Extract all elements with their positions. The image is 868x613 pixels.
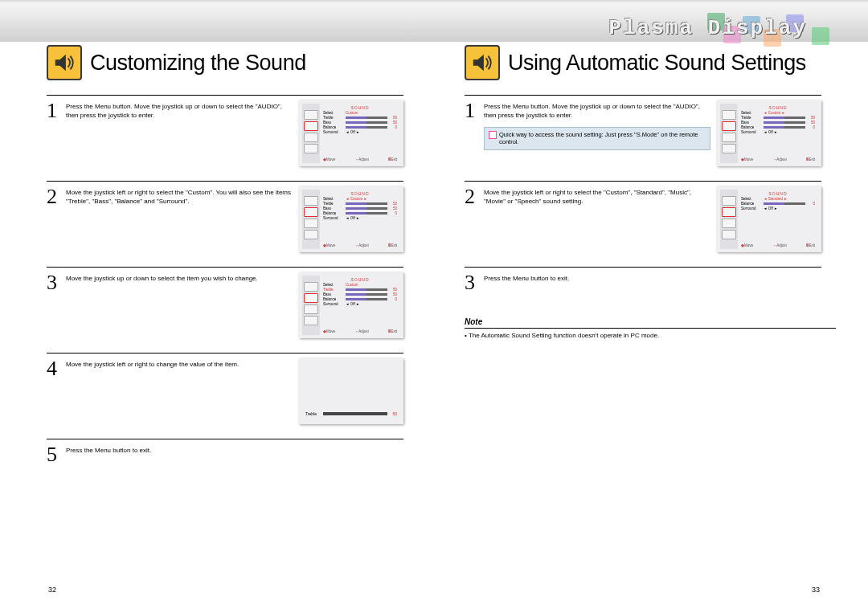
top-brushed-band: Plasma Display xyxy=(0,0,868,42)
osd-slider-screenshot: Treble 50 xyxy=(299,358,403,424)
left-step-1: 1 Press the Menu button. Move the joysti… xyxy=(47,95,403,166)
right-step-1: 1 Press the Menu button. Move the joysti… xyxy=(465,95,821,166)
product-title: Plasma Display xyxy=(609,16,807,40)
left-step-4: 4 Move the joystick left or right to cha… xyxy=(47,353,403,424)
speaker-icon xyxy=(47,45,82,80)
step-number: 3 xyxy=(465,272,484,293)
osd-screenshot: SOUND SelectCustom Treble50 Bass50 Balan… xyxy=(299,100,403,166)
right-step-2: 2 Move the joystick left or right to sel… xyxy=(465,181,821,252)
step-number: 1 xyxy=(465,100,484,121)
left-step-2: 2 Move the joystick left or right to sel… xyxy=(47,181,403,252)
step-number: 1 xyxy=(47,100,66,121)
step-text: Press the Menu button to exit. xyxy=(484,272,821,284)
step-number: 5 xyxy=(47,444,66,465)
svg-marker-0 xyxy=(55,55,66,72)
osd-title: SOUND xyxy=(323,105,397,110)
svg-marker-1 xyxy=(473,55,484,72)
osd-screenshot: SOUND Select◄ Custom ► Treble50 Bass50 B… xyxy=(717,100,821,166)
page-number-left: 32 xyxy=(48,586,56,594)
step-text: Press the Menu button. Move the joystick… xyxy=(66,100,293,121)
step-number: 2 xyxy=(47,186,66,207)
left-step-3: 3 Move the joystick up or down to select… xyxy=(47,267,403,338)
page-number-right: 33 xyxy=(812,586,820,594)
step-text: Move the joystick left or right to selec… xyxy=(484,186,710,206)
osd-screenshot: SOUND Select◄ Custom ► Treble50 Bass50 B… xyxy=(299,186,403,252)
step-number: 3 xyxy=(47,272,66,293)
left-step-5: 5 Press the Menu button to exit. xyxy=(47,439,403,465)
speaker-icon xyxy=(465,45,500,80)
step-number: 2 xyxy=(465,186,484,207)
right-section-title: Using Automatic Sound Settings xyxy=(508,51,806,76)
osd-screenshot: SOUND Select◄ Standard ► Balance0 Surrou… xyxy=(717,186,821,252)
left-page: Customizing the Sound 1 Press the Menu b… xyxy=(32,42,418,465)
note-heading: Note xyxy=(465,317,836,329)
note-body: • The Automatic Sound Setting function d… xyxy=(465,332,836,339)
step-text: Move the joystick left or right to selec… xyxy=(66,186,293,206)
right-page: Using Automatic Sound Settings 1 Press t… xyxy=(450,42,836,465)
step-text: Move the joystick left or right to chang… xyxy=(66,358,293,370)
osd-screenshot: SOUND SelectCustom Treble50 Bass50 Balan… xyxy=(299,272,403,338)
step-text: Move the joystick up or down to select t… xyxy=(66,272,293,284)
tip-callout: Quick way to access the sound setting: J… xyxy=(484,127,710,151)
step-number: 4 xyxy=(47,358,66,379)
step-text: Press the Menu button. Move the joystick… xyxy=(484,100,710,150)
step-text: Press the Menu button to exit. xyxy=(66,444,403,456)
right-step-3: 3 Press the Menu button to exit. xyxy=(465,267,821,293)
left-section-title: Customizing the Sound xyxy=(90,51,306,76)
